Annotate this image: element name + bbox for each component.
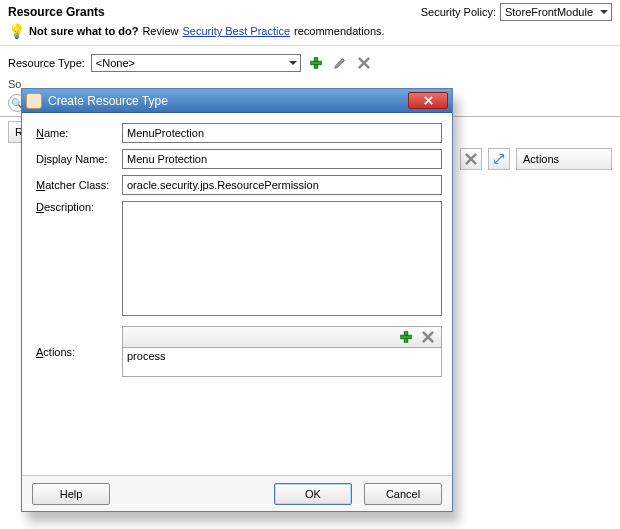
add-action-button[interactable] <box>397 328 415 346</box>
hint-bold: Not sure what to do? <box>29 25 138 37</box>
description-label: Description: <box>36 201 116 316</box>
table-header-right: Actions <box>460 148 612 170</box>
resource-type-label: Resource Type: <box>8 57 85 69</box>
dialog-title: Create Resource Type <box>48 94 168 108</box>
hint-pre: Review <box>142 25 178 37</box>
security-policy-label: Security Policy: <box>421 6 496 18</box>
delete-action-button[interactable] <box>419 328 437 346</box>
col-actions: Actions <box>516 148 612 170</box>
strip-prefix: So <box>8 78 21 90</box>
best-practice-link[interactable]: Security Best Practice <box>182 25 290 37</box>
page-title: Resource Grants <box>8 5 105 19</box>
svg-rect-1 <box>311 61 322 65</box>
hint-post: recommendations. <box>294 25 385 37</box>
matcher-class-label: Matcher Class: <box>36 179 116 191</box>
dialog-close-button[interactable] <box>408 92 448 109</box>
dialog-app-icon <box>26 93 42 109</box>
name-label: Name: <box>36 127 116 139</box>
help-button[interactable]: Help <box>32 483 110 505</box>
security-policy-value: StoreFrontModule <box>505 6 593 18</box>
actions-toolbar <box>122 326 442 348</box>
delete-resource-button[interactable] <box>460 148 482 170</box>
description-field[interactable] <box>122 201 442 316</box>
svg-rect-3 <box>401 335 412 339</box>
display-name-label: Display Name: <box>36 153 116 165</box>
dialog-titlebar[interactable]: Create Resource Type <box>22 89 452 113</box>
resource-type-value: <None> <box>96 57 135 69</box>
matcher-class-field[interactable] <box>122 175 442 195</box>
delete-resource-type-button[interactable] <box>355 54 373 72</box>
actions-label: Actions: <box>36 346 116 358</box>
create-resource-type-dialog: Create Resource Type Name: Display Name:… <box>21 88 453 512</box>
resource-type-combo[interactable]: <None> <box>91 54 301 72</box>
add-resource-type-button[interactable] <box>307 54 325 72</box>
dialog-body: Name: Display Name: Matcher Class: Descr… <box>22 113 452 475</box>
ok-button[interactable]: OK <box>274 483 352 505</box>
name-field[interactable] <box>122 123 442 143</box>
display-name-field[interactable] <box>122 149 442 169</box>
actions-list[interactable]: process <box>122 348 442 377</box>
page-header: Resource Grants Security Policy: StoreFr… <box>0 0 620 21</box>
lightbulb-icon: 💡 <box>8 23 25 39</box>
dialog-footer: Help OK Cancel <box>22 475 452 511</box>
security-policy: Security Policy: StoreFrontModule <box>421 3 612 21</box>
resource-type-row: Resource Type: <None> <box>0 45 620 78</box>
hint-row: 💡 Not sure what to do? Review Security B… <box>0 21 620 45</box>
security-policy-combo[interactable]: StoreFrontModule <box>500 3 612 21</box>
expand-icon[interactable] <box>488 148 510 170</box>
edit-resource-type-button[interactable] <box>331 54 349 72</box>
cancel-button[interactable]: Cancel <box>364 483 442 505</box>
